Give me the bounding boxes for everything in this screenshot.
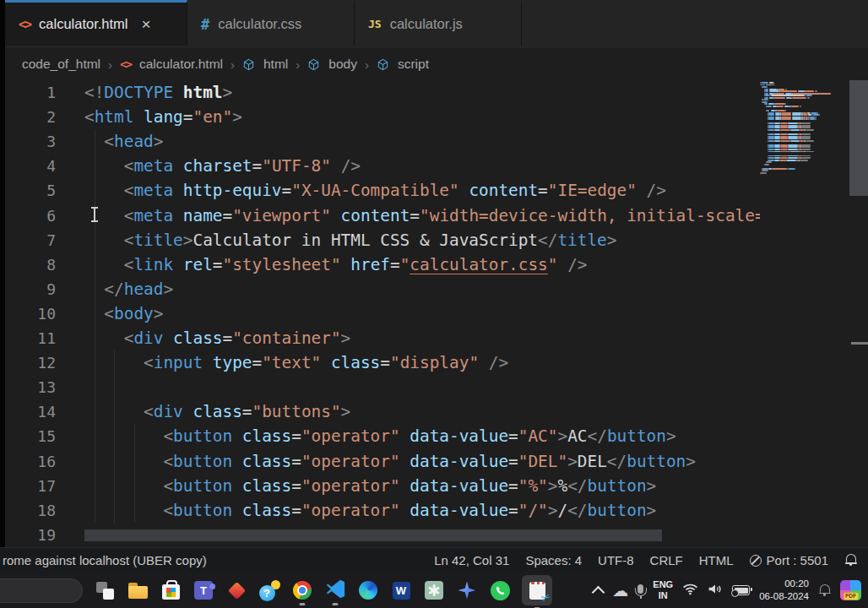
live-server-port[interactable]: Port : 5501 xyxy=(750,553,828,567)
line-number: 5 xyxy=(5,178,56,203)
copilot-star-icon xyxy=(458,582,476,600)
circle-slash-icon xyxy=(750,555,762,567)
code-text: <!DOCTYPE html> xyxy=(84,80,232,105)
status-bar: rome against localhost (UBER copy) Ln 42… xyxy=(0,547,868,573)
vscode-icon xyxy=(326,579,345,602)
ibeam-mouse-cursor xyxy=(90,207,99,222)
line-number: 10 xyxy=(5,301,56,326)
taskbar-search-box[interactable] xyxy=(0,578,83,603)
language-line2: IN xyxy=(653,590,673,601)
taskbar-store[interactable] xyxy=(160,579,182,601)
taskbar-chatgpt[interactable] xyxy=(423,579,445,601)
onedrive-cloud-icon[interactable]: ☁ xyxy=(612,583,628,599)
tray-bell-icon[interactable] xyxy=(818,584,831,597)
taskbar-edge[interactable] xyxy=(357,579,379,601)
microphone-icon[interactable] xyxy=(637,584,643,594)
overview-ruler-cursor-mark xyxy=(851,342,868,345)
encoding[interactable]: UTF-8 xyxy=(598,553,634,567)
code-text: </head> xyxy=(84,277,173,301)
breadcrumb-item[interactable]: code_of_html xyxy=(22,57,100,72)
snipping-tool-icon: ✂ xyxy=(529,582,545,600)
taskbar-copilot[interactable] xyxy=(456,579,478,601)
colorful-pdf-app-icon[interactable]: PDF xyxy=(840,580,861,600)
line-number: 7 xyxy=(5,228,56,252)
taskbar-taskview[interactable] xyxy=(94,579,116,601)
taskbar-chrome[interactable] xyxy=(291,579,313,601)
css-file-icon: # xyxy=(201,16,209,33)
vscode-window: <>calculator.html×#calculator.cssJScalcu… xyxy=(0,0,868,608)
teams-icon: T xyxy=(194,581,213,600)
tray-date: 06-08-2024 xyxy=(759,590,809,603)
minimap[interactable] xyxy=(760,82,844,175)
breadcrumb-chevron-icon: › xyxy=(296,57,300,72)
taskbar-snip[interactable]: ✂ xyxy=(522,575,552,605)
line-number: 6 xyxy=(5,204,56,228)
language-indicator[interactable]: ENGIN xyxy=(653,579,673,601)
code-line: 17 <button class="operator" data-value="… xyxy=(5,474,760,498)
code-line: 1<!DOCTYPE html> xyxy=(5,80,760,105)
symbol-cube-icon xyxy=(242,58,255,71)
line-number: 19 xyxy=(5,523,56,547)
notifications-bell-icon[interactable] xyxy=(844,554,857,567)
taskbar-vscode[interactable] xyxy=(324,579,346,601)
horizontal-scrollbar-thumb[interactable] xyxy=(84,529,662,541)
vertical-scrollbar-thumb[interactable] xyxy=(849,78,868,196)
breadcrumb-item[interactable]: body xyxy=(328,57,357,72)
wifi-icon[interactable] xyxy=(682,583,698,599)
code-line: 2<html lang="en"> xyxy=(5,105,760,129)
code-line: 7 <title>Calculator in HTML CSS & JavaSc… xyxy=(5,228,760,252)
taskbar-diamond[interactable] xyxy=(225,579,247,601)
indentation[interactable]: Spaces: 4 xyxy=(525,553,582,567)
breadcrumb: code_of_html›<>calculator.html›html›body… xyxy=(5,48,868,80)
symbol-cube-icon xyxy=(377,58,389,71)
line-number: 15 xyxy=(5,424,56,448)
line-number: 11 xyxy=(5,326,56,350)
microsoft-store-icon xyxy=(162,584,180,600)
taskbar-whatsapp[interactable] xyxy=(489,579,511,601)
tray-chevron-up-icon[interactable] xyxy=(592,585,605,599)
breadcrumb-chevron-icon: › xyxy=(365,57,369,72)
code-text: <head> xyxy=(84,129,163,154)
code-line: 10 <body> xyxy=(5,301,760,326)
editor-tab-bar: <>calculator.html×#calculator.cssJScalcu… xyxy=(5,0,868,48)
system-tray: ☁ENGIN00:2006-08-2024PDF xyxy=(594,573,861,608)
code-editor[interactable]: 1<!DOCTYPE html>2<html lang="en">3 <head… xyxy=(5,80,868,547)
battery-moon-badge xyxy=(731,589,739,597)
pdf-badge: PDF xyxy=(844,593,858,600)
symbol-cube-icon xyxy=(307,58,320,71)
breadcrumb-chevron-icon: › xyxy=(231,57,235,72)
code-line: 3 <head> xyxy=(5,129,760,154)
breadcrumb-item[interactable]: html xyxy=(263,57,288,72)
tab-close-icon[interactable]: × xyxy=(142,16,151,32)
tray-time: 00:20 xyxy=(759,578,809,590)
eol-sequence[interactable]: CRLF xyxy=(650,553,683,567)
minimap-line xyxy=(760,172,844,175)
live-server-status[interactable]: rome against localhost (UBER copy) xyxy=(3,553,207,567)
language-mode[interactable]: HTML xyxy=(699,553,734,567)
language-line1: ENG xyxy=(653,579,673,590)
taskbar-teams[interactable]: T xyxy=(193,579,214,601)
code-line: 4 <meta charset="UTF-8" /> xyxy=(5,154,760,178)
taskbar-explorer[interactable] xyxy=(127,579,149,601)
battery-saver-icon[interactable] xyxy=(732,585,750,595)
tab-calculator-html[interactable]: <>calculator.html× xyxy=(5,0,187,46)
breadcrumb-item[interactable]: script xyxy=(398,57,429,72)
speaker-icon[interactable] xyxy=(708,583,723,599)
code-text: <button class="operator" data-value="%">… xyxy=(84,474,656,498)
code-area[interactable]: 1<!DOCTYPE html>2<html lang="en">3 <head… xyxy=(5,80,760,547)
cursor-position[interactable]: Ln 42, Col 31 xyxy=(434,553,509,567)
tab-calculator-css[interactable]: #calculator.css xyxy=(187,0,355,46)
scissors-icon: ✂ xyxy=(539,589,552,605)
edge-icon xyxy=(359,581,377,600)
code-text: <input type="text" class="display" /> xyxy=(84,350,508,375)
line-number: 3 xyxy=(5,129,56,154)
tab-calculator-js[interactable]: JScalculator.js xyxy=(355,0,522,46)
taskbar-quiz[interactable] xyxy=(258,579,280,601)
clock-date[interactable]: 00:2006-08-2024 xyxy=(759,578,809,603)
line-number: 12 xyxy=(5,350,56,375)
code-line: 13 xyxy=(5,375,760,399)
code-text: <meta charset="UTF-8" /> xyxy=(84,154,361,178)
taskbar-word[interactable]: W xyxy=(390,579,412,601)
code-line: 14 <div class="buttons"> xyxy=(5,399,760,424)
breadcrumb-item[interactable]: calculator.html xyxy=(139,57,223,72)
